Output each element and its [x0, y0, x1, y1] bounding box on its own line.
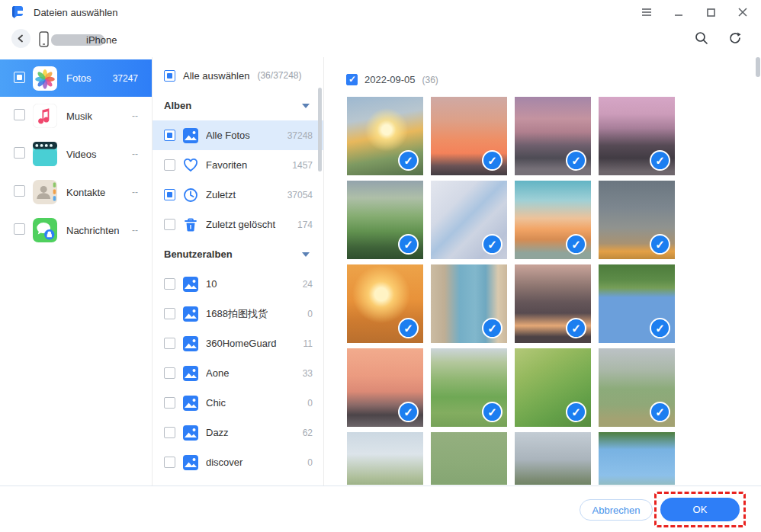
- album-checkbox[interactable]: [164, 130, 175, 141]
- selected-check-badge[interactable]: ✓: [566, 150, 586, 171]
- date-group-header[interactable]: 2022-09-05 (36): [346, 74, 438, 85]
- album-row[interactable]: discover0: [153, 447, 323, 477]
- album-row[interactable]: 1688拍图找货0: [153, 299, 323, 328]
- photo-thumbnail-pink-clouds-palms[interactable]: ✓: [347, 348, 423, 427]
- photo-thumbnail-grassy-hill-signpost[interactable]: ✓: [599, 348, 675, 427]
- device-name: iPhone: [86, 34, 117, 46]
- photo-thumbnail-blurry-sea-sun-reflection[interactable]: ✓: [599, 181, 675, 259]
- sidebar-item-fotos[interactable]: Fotos37247: [0, 59, 152, 97]
- videos-app-icon: [33, 142, 57, 166]
- photo-thumbnail-sunset-wind-turbines[interactable]: ✓: [347, 97, 423, 175]
- close-icon[interactable]: [732, 2, 753, 22]
- sidebar-checkbox[interactable]: [14, 185, 25, 197]
- selected-check-badge[interactable]: ✓: [398, 318, 419, 338]
- sidebar-checkbox[interactable]: [14, 147, 25, 159]
- selected-check-badge[interactable]: ✓: [398, 150, 419, 171]
- photo-thumbnail-orange-sunset-skyline[interactable]: ✓: [431, 97, 507, 175]
- album-row[interactable]: Zuletzt37054: [153, 180, 323, 210]
- photo-thumbnail-purple-dusk-bridge[interactable]: ✓: [515, 97, 591, 175]
- photos-app-icon: [33, 66, 57, 91]
- section-header-benutzeralben[interactable]: Benutzeralben: [153, 239, 323, 269]
- photo-thumbnail-hill-under-cloudy-sky[interactable]: ✓: [347, 432, 423, 485]
- refresh-icon[interactable]: [727, 30, 743, 46]
- phone-icon: [39, 31, 49, 50]
- album-checkbox[interactable]: [164, 189, 175, 200]
- album-row[interactable]: Chic0: [153, 388, 323, 418]
- photo-thumbnail-pink-sky-hedge-path[interactable]: ✓: [599, 97, 675, 175]
- section-header-alben[interactable]: Alben: [153, 91, 323, 120]
- album-row[interactable]: 360HomeGuard11: [153, 328, 323, 358]
- selected-check-badge[interactable]: ✓: [566, 402, 586, 422]
- album-row[interactable]: Alle Fotos37248: [153, 120, 323, 150]
- selected-check-badge[interactable]: ✓: [650, 150, 670, 171]
- sidebar-checkbox[interactable]: [14, 223, 25, 235]
- search-icon[interactable]: [694, 30, 709, 46]
- sidebar-item-musik[interactable]: Musik--: [0, 97, 152, 135]
- gallery-scrollbar[interactable]: [756, 57, 760, 77]
- photo-thumbnail-green-hillside-trail[interactable]: ✓: [515, 348, 591, 427]
- footer-bar: Abbrechen OK: [0, 486, 761, 532]
- chevron-down-icon[interactable]: [302, 252, 310, 257]
- selected-check-badge[interactable]: ✓: [482, 150, 503, 171]
- select-all-checkbox[interactable]: [164, 70, 175, 82]
- photo-thumbnail-tree-branches-blue-sky[interactable]: ✓: [599, 432, 675, 485]
- album-label: 1688拍图找货: [206, 307, 307, 321]
- maximize-icon[interactable]: [700, 2, 721, 22]
- sidebar-item-videos[interactable]: Videos--: [0, 135, 152, 173]
- menu-icon[interactable]: [636, 2, 657, 22]
- selected-check-badge[interactable]: ✓: [482, 234, 503, 255]
- sidebar-item-label: Fotos: [66, 72, 113, 84]
- photo-thumbnail-braided-river-sand[interactable]: ✓: [431, 181, 507, 259]
- album-row[interactable]: 1024: [153, 269, 323, 299]
- sidebar-checkbox[interactable]: [14, 72, 25, 83]
- album-count: 0: [307, 398, 313, 409]
- ok-button[interactable]: OK: [660, 498, 740, 521]
- album-row[interactable]: Dazz62: [153, 418, 323, 447]
- music-app-icon: [33, 104, 57, 128]
- album-checkbox[interactable]: [164, 338, 175, 349]
- chevron-down-icon[interactable]: [302, 104, 310, 108]
- photo-thumbnail-beach-alley-palm[interactable]: ✓: [431, 264, 507, 343]
- sidebar-item-nachrichten[interactable]: Nachrichten--: [0, 211, 152, 249]
- photo-thumbnail-pasture-with-cows[interactable]: ✓: [431, 432, 507, 485]
- album-checkbox[interactable]: [164, 219, 175, 230]
- minimize-icon[interactable]: [668, 2, 689, 22]
- selected-check-badge[interactable]: ✓: [650, 318, 670, 338]
- album-row[interactable]: Zuletzt gelöscht174: [153, 210, 323, 239]
- sidebar-item-kontakte[interactable]: Kontakte--: [0, 173, 152, 211]
- albums-scrollbar[interactable]: [318, 88, 322, 171]
- album-checkbox[interactable]: [164, 397, 175, 409]
- album-checkbox[interactable]: [164, 427, 175, 438]
- photo-thumbnail-ocean-sunset-clouds[interactable]: ✓: [515, 181, 591, 259]
- album-row[interactable]: Aone33: [153, 358, 323, 388]
- photo-thumbnail-inverted-trees-blue-sky[interactable]: ✓: [599, 264, 675, 343]
- selected-check-badge[interactable]: ✓: [398, 234, 419, 255]
- selected-check-badge[interactable]: ✓: [482, 318, 503, 338]
- selected-check-badge[interactable]: ✓: [566, 234, 586, 255]
- photo-thumbnail-dark-clouds-palm-sunset[interactable]: ✓: [515, 264, 591, 343]
- selected-check-badge[interactable]: ✓: [398, 402, 419, 422]
- photo-thumbnail-misty-mountain-ridge[interactable]: ✓: [515, 432, 591, 485]
- photo-thumbnail-golden-sun-over-waves[interactable]: ✓: [347, 264, 423, 343]
- nav-actions: [694, 30, 743, 46]
- album-label: 10: [206, 278, 303, 290]
- album-checkbox[interactable]: [164, 367, 175, 379]
- album-checkbox[interactable]: [164, 278, 175, 290]
- photo-thumbnail-green-valley-hills[interactable]: ✓: [347, 181, 423, 259]
- selected-check-badge[interactable]: ✓: [482, 402, 503, 422]
- album-checkbox[interactable]: [164, 457, 175, 468]
- sidebar-item-label: Nachrichten: [66, 225, 132, 236]
- album-checkbox[interactable]: [164, 308, 175, 319]
- selected-check-badge[interactable]: ✓: [650, 234, 670, 255]
- select-all-row[interactable]: Alle auswählen (36/37248): [153, 60, 323, 91]
- photo-thumbnail-rolling-hills-winding-road[interactable]: ✓: [431, 348, 507, 427]
- album-icon: [183, 396, 198, 411]
- back-button[interactable]: [11, 29, 31, 48]
- sidebar-checkbox[interactable]: [14, 109, 25, 120]
- selected-check-badge[interactable]: ✓: [566, 318, 586, 338]
- cancel-button[interactable]: Abbrechen: [580, 499, 653, 521]
- date-group-checkbox[interactable]: [346, 74, 358, 85]
- album-checkbox[interactable]: [164, 159, 175, 171]
- album-row[interactable]: Favoriten1457: [153, 150, 323, 180]
- selected-check-badge[interactable]: ✓: [650, 402, 670, 422]
